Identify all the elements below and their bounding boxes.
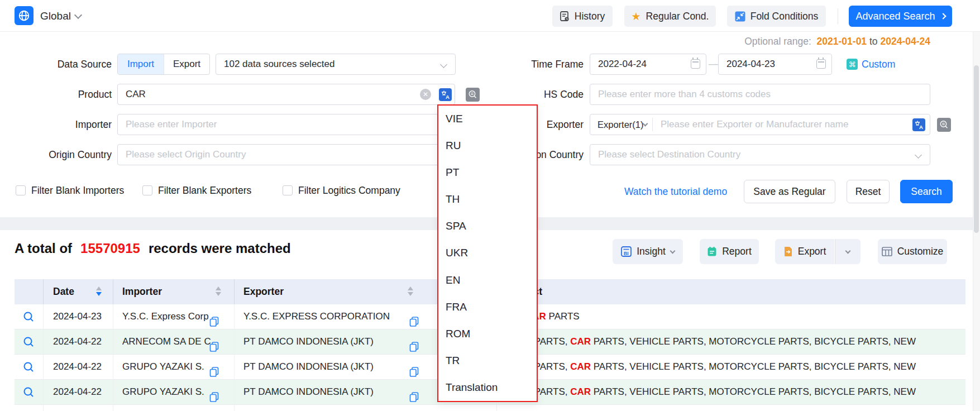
- copy-icon[interactable]: [209, 337, 219, 355]
- product-input[interactable]: [117, 84, 455, 105]
- history-button[interactable]: History: [552, 6, 613, 27]
- save-as-regular-button[interactable]: Save as Regular: [744, 180, 835, 203]
- filter-logistics-company-checkbox[interactable]: [283, 185, 293, 195]
- fold-conditions-button[interactable]: Fold Conditions: [727, 6, 826, 27]
- menu-item-translation[interactable]: Translation: [438, 374, 537, 401]
- app-logo[interactable]: [15, 6, 34, 25]
- exporter-field: Exporter(1) A: [590, 114, 930, 135]
- product-label: Product: [0, 84, 112, 105]
- custom-period-icon[interactable]: ⌘: [847, 59, 858, 70]
- keyword-highlight: CAR: [570, 336, 591, 347]
- hs-code-input[interactable]: [590, 84, 930, 105]
- calendar-icon[interactable]: [816, 59, 826, 69]
- menu-item-language[interactable]: RU: [438, 132, 537, 159]
- regular-cond-button[interactable]: ★ Regular Cond.: [624, 6, 716, 27]
- table-row: [15, 405, 965, 411]
- date-end-input[interactable]: [718, 54, 832, 75]
- svg-text:A: A: [919, 124, 923, 130]
- advanced-search-label: Advanced Search: [855, 11, 935, 22]
- copy-icon[interactable]: [409, 337, 419, 355]
- cell-date: 2024-04-22: [44, 380, 113, 405]
- filter-blank-exporters-label: Filter Blank Exporters: [158, 184, 251, 197]
- region-selector[interactable]: Global: [40, 0, 71, 32]
- scrollbar-thumb[interactable]: [974, 65, 979, 233]
- menu-item-language[interactable]: VIE: [438, 106, 537, 132]
- hs-code-field: [590, 84, 930, 105]
- origin-country-select[interactable]: Please select Origin Country: [117, 144, 455, 165]
- data-sources-select[interactable]: 102 data sources selected: [216, 54, 456, 75]
- importer-field: [117, 114, 455, 135]
- menu-item-language[interactable]: PT: [438, 159, 537, 186]
- optional-range-start: 2021-01-01: [817, 36, 867, 47]
- cell-date: 2024-04-23: [44, 304, 113, 329]
- exporter-type-value: Exporter(1): [597, 120, 644, 130]
- copy-icon[interactable]: [409, 387, 419, 405]
- importer-input[interactable]: [117, 114, 455, 135]
- copy-icon[interactable]: [409, 312, 419, 329]
- date-start-field[interactable]: [590, 54, 706, 75]
- total-suffix: records were matched: [149, 241, 291, 256]
- menu-item-language[interactable]: SPA: [438, 213, 537, 240]
- exporter-input[interactable]: [653, 115, 930, 134]
- date-end-field[interactable]: [718, 54, 832, 75]
- insight-button[interactable]: BI Insight: [613, 239, 683, 264]
- detail-magnifier-icon[interactable]: [23, 336, 35, 348]
- search-button[interactable]: Search: [900, 180, 953, 203]
- date-range-dash: —: [709, 54, 716, 75]
- menu-item-language[interactable]: TR: [438, 347, 537, 374]
- detail-magnifier-icon[interactable]: [23, 311, 35, 323]
- destination-country-select[interactable]: Please select Destination Country: [590, 144, 930, 165]
- customize-button[interactable]: Customize: [878, 239, 947, 264]
- cell-product: AUTO PARTS, CAR PARTS, VEHICLE PARTS, MO…: [497, 329, 965, 355]
- header-date[interactable]: Date: [44, 279, 113, 304]
- translate-icon[interactable]: A: [912, 118, 925, 131]
- detail-magnifier-icon[interactable]: [23, 361, 35, 373]
- clear-product-icon[interactable]: ✕: [420, 89, 431, 100]
- custom-period-link[interactable]: Custom: [862, 54, 895, 75]
- calendar-icon[interactable]: [691, 59, 700, 69]
- translate-language-menu: VIE RU PT TH SPA UKR EN FRA ROM TR Trans…: [437, 104, 538, 402]
- topbar-divider: [838, 8, 838, 24]
- cell-product: CAR PARTS: [497, 304, 965, 329]
- menu-item-language[interactable]: TH: [438, 186, 537, 213]
- svg-text:BI: BI: [624, 251, 629, 256]
- sort-date[interactable]: [96, 286, 102, 296]
- detail-magnifier-icon[interactable]: [23, 386, 35, 398]
- copy-icon[interactable]: [209, 312, 219, 329]
- export-button[interactable]: Export: [775, 239, 834, 264]
- export-tab[interactable]: Export: [164, 54, 209, 74]
- menu-item-language[interactable]: EN: [438, 267, 537, 294]
- report-icon: [707, 246, 717, 257]
- reset-button[interactable]: Reset: [847, 180, 890, 203]
- menu-item-language[interactable]: FRA: [438, 294, 537, 321]
- advanced-search-button[interactable]: Advanced Search: [849, 6, 952, 27]
- export-dropdown-button[interactable]: [835, 239, 861, 264]
- exporter-type-select[interactable]: Exporter(1): [590, 118, 653, 131]
- chevron-down-icon: [915, 151, 922, 159]
- chevron-down-icon: [670, 248, 675, 254]
- copy-icon[interactable]: [209, 362, 219, 380]
- header-importer[interactable]: Importer: [113, 279, 235, 304]
- star-icon: ★: [632, 10, 641, 23]
- translate-icon[interactable]: A: [439, 88, 452, 101]
- header-detail-column: [15, 279, 44, 304]
- sort-importer[interactable]: [216, 286, 221, 296]
- tutorial-demo-link[interactable]: Watch the tutorial demo: [624, 180, 727, 203]
- customize-label: Customize: [897, 246, 944, 257]
- filter-blank-importers-checkbox[interactable]: [16, 185, 26, 195]
- import-tab[interactable]: Import: [118, 54, 164, 74]
- menu-item-language[interactable]: UKR: [438, 240, 537, 266]
- filter-blank-exporters-checkbox[interactable]: [142, 185, 152, 195]
- optional-range-label: Optional range:: [744, 36, 811, 47]
- fuzzy-search-icon[interactable]: [937, 118, 951, 132]
- cell-product: AUTO PARTS, CAR PARTS, VEHICLE PARTS, MO…: [497, 355, 965, 380]
- report-button[interactable]: Report: [700, 239, 759, 264]
- date-start-input[interactable]: [590, 54, 706, 75]
- top-bar: Global History ★ Regular Cond. Fold Cond…: [0, 0, 980, 32]
- menu-item-language[interactable]: ROM: [438, 321, 537, 347]
- sort-exporter[interactable]: [408, 286, 413, 296]
- copy-icon[interactable]: [409, 362, 419, 380]
- copy-icon[interactable]: [209, 387, 219, 405]
- optional-range: Optional range: 2021-01-01 to 2024-04-24: [527, 36, 930, 47]
- header-product[interactable]: Product: [497, 279, 965, 304]
